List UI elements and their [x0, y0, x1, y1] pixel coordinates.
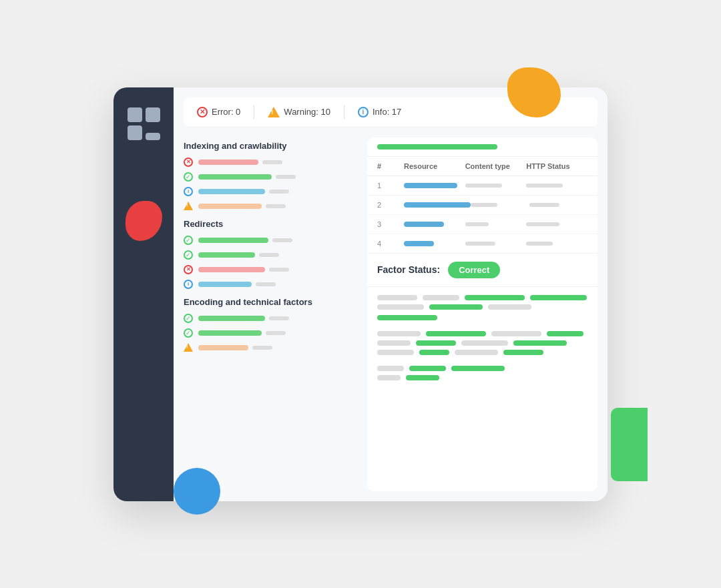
bar-end [252, 346, 272, 350]
warning-status: Warning: 10 [268, 107, 330, 117]
success-icon-sm: ✓ [184, 314, 193, 323]
top-green-bar [377, 144, 497, 150]
bar [198, 345, 248, 350]
warning-icon-sm [184, 202, 193, 210]
factor-status-label: Factor Status: [377, 264, 440, 275]
warning-icon-sm [184, 343, 193, 352]
error-label: Error: 0 [212, 107, 240, 117]
bar [198, 267, 265, 272]
info-status: i Info: 17 [358, 107, 401, 117]
bar-container [198, 174, 357, 180]
status-bar-cell [526, 242, 553, 246]
bar [198, 282, 252, 287]
text-pill [377, 295, 417, 300]
text-block-row [377, 350, 587, 355]
spacer [377, 324, 587, 331]
content-bar [465, 242, 495, 246]
text-block-row [377, 331, 587, 336]
text-pill [461, 340, 508, 346]
info-label: Info: 17 [373, 107, 401, 117]
bar-end [256, 282, 276, 286]
logo-square-2 [146, 107, 160, 122]
section-title-encoding: Encoding and technical factors [184, 297, 357, 307]
logo-square-1 [128, 107, 142, 122]
text-pill [377, 304, 424, 310]
text-pill [451, 366, 505, 371]
bar-container [198, 267, 357, 272]
bar-container [198, 160, 357, 165]
resource-bar [404, 202, 471, 208]
content-bar [465, 184, 502, 188]
row-num: 3 [377, 220, 404, 228]
bar [198, 252, 255, 258]
section-title-redirects: Redirects [184, 219, 357, 229]
check-item: ✓ [184, 314, 357, 323]
main-content: ✕ Error: 0 Warning: 10 i Info: 17 [174, 87, 608, 501]
info-icon-sm: i [184, 280, 193, 289]
col-content-type: Content type [465, 162, 527, 170]
text-pill [423, 295, 459, 300]
check-item: ✕ [184, 265, 357, 274]
scene: ✕ Error: 0 Warning: 10 i Info: 17 [73, 54, 648, 535]
status-bar-cell [526, 222, 559, 226]
error-icon-sm: ✕ [184, 265, 193, 274]
right-panel: # Resource Content type HTTP Status 1 2 [367, 137, 597, 491]
success-icon-sm: ✓ [184, 250, 193, 260]
right-panel-top [367, 137, 597, 157]
resource-bar [404, 183, 457, 188]
text-pill [377, 340, 411, 346]
text-pill [419, 350, 449, 355]
text-pill [455, 350, 498, 355]
col-num: # [377, 162, 404, 170]
text-pill [465, 295, 525, 300]
error-icon: ✕ [197, 107, 208, 117]
logo-square-3 [128, 125, 142, 140]
success-icon-sm: ✓ [184, 172, 193, 182]
info-icon: i [358, 107, 369, 117]
bar [198, 204, 262, 209]
resource-bar [404, 222, 444, 227]
bar [198, 160, 258, 165]
bar [198, 330, 262, 336]
bar-container [198, 204, 357, 209]
bar-end [269, 268, 289, 272]
bar-container [198, 252, 357, 258]
text-pill [377, 375, 401, 380]
sep1 [254, 105, 254, 119]
content-bar [465, 222, 489, 226]
bar [198, 316, 265, 321]
bar-end [266, 204, 286, 208]
left-panel: Indexing and crawlability ✕ ✓ [184, 137, 357, 491]
check-item: i [184, 280, 357, 289]
text-pill [377, 366, 404, 371]
row-num: 1 [377, 182, 404, 190]
error-status: ✕ Error: 0 [197, 107, 240, 117]
text-blocks [367, 287, 597, 491]
blob-green-tab [611, 408, 648, 481]
info-icon-sm: i [184, 187, 193, 196]
bar-container [198, 316, 357, 321]
bar-end [276, 175, 296, 179]
text-pill [377, 350, 414, 355]
table-row: 1 [367, 176, 597, 196]
bar-end [266, 331, 286, 335]
bar-container [198, 330, 357, 336]
bar [198, 174, 272, 180]
text-pill [377, 315, 437, 320]
check-item: ✓ [184, 172, 357, 182]
bar-end [269, 316, 289, 320]
blob-blue [174, 468, 220, 515]
text-block-row [377, 295, 587, 300]
bar [198, 238, 268, 243]
text-pill [513, 340, 567, 346]
sidebar [113, 87, 174, 501]
bar-container [198, 345, 357, 350]
text-pill [503, 350, 543, 355]
check-item: i [184, 187, 357, 196]
text-pill [416, 340, 456, 346]
success-icon-sm: ✓ [184, 328, 193, 338]
warning-label: Warning: 10 [284, 107, 330, 117]
status-bar-cell [526, 184, 563, 188]
check-item [184, 202, 357, 211]
bar-container [198, 189, 357, 194]
